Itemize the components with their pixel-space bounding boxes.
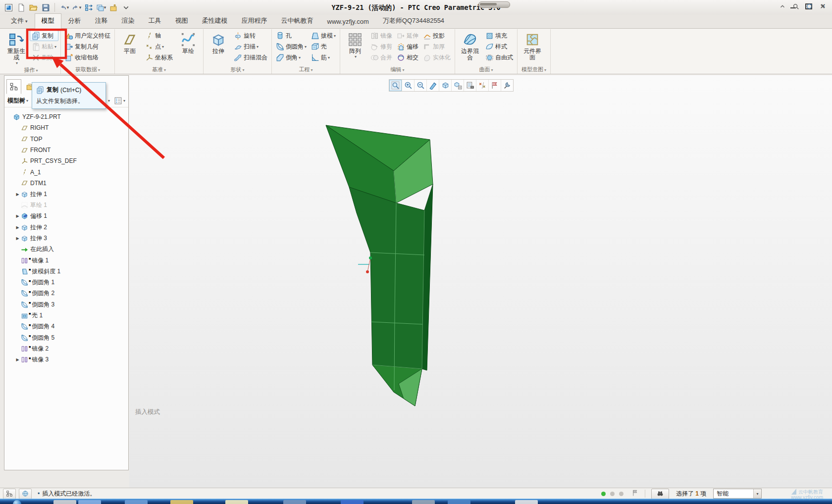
regenerate-button[interactable]: 重新生成▾ [3,30,29,66]
taskbar-item[interactable] [78,500,101,504]
boundary-blend-button[interactable]: 边界混合 [457,30,483,65]
taskbar-item[interactable] [225,500,248,504]
graphics-viewport[interactable]: 插入模式 [129,75,832,488]
display-style-button[interactable] [439,80,451,91]
tree-item[interactable]: ■镜像 2 [4,343,128,354]
freestyle-button[interactable]: 自由式 [483,52,515,63]
tree-item[interactable]: ■倒圆角 5 [4,332,128,343]
model-player-button[interactable] [83,2,94,13]
zoom-in-button[interactable] [402,80,414,91]
rib-button[interactable]: 筋▾ [309,52,338,63]
start-orb[interactable] [13,500,21,504]
round-button[interactable]: 倒圆角▾ [274,41,309,52]
sweep-button[interactable]: 扫描▾ [232,41,269,52]
axis-button[interactable]: 轴 [143,30,175,41]
tab-view[interactable]: 视图 [168,13,195,29]
close-x-icon[interactable] [819,3,826,10]
project-button[interactable]: 投影 [421,30,453,41]
flag-icon[interactable] [631,489,639,498]
taskbar-item[interactable] [283,500,306,504]
taskbar-item[interactable] [448,500,470,504]
point-button[interactable]: 点▾ [143,41,175,52]
tree-item[interactable]: ■壳 1 [4,310,128,321]
zoom-refit-button[interactable] [389,80,402,91]
copy-geometry-button[interactable]: 复制几何 [63,41,112,52]
tab-flexible-modeling[interactable]: 柔性建模 [195,13,235,29]
hole-button[interactable]: 孔 [274,30,309,41]
tree-item[interactable]: ■拔模斜度 1 [4,266,128,277]
tab-model[interactable]: 模型 [35,13,61,29]
component-interface-button[interactable]: 元件界面 [520,30,545,65]
group-label-datum[interactable]: 基准▾ [116,66,202,74]
undo-button[interactable]: ▾ [58,2,69,13]
creo-logo-button[interactable] [3,2,14,13]
sketch-button[interactable]: 草绘 [175,30,201,65]
extrude-button[interactable]: 拉伸 [206,30,231,65]
tree-item[interactable]: ■倒圆角 2 [4,288,128,299]
browser-toggle-button[interactable] [19,489,32,499]
tree-item[interactable]: PRT_CSYS_DEF [4,155,128,166]
csys-button[interactable]: 坐标系 [143,52,175,63]
offset-button[interactable]: 偏移 [395,41,420,52]
tree-item[interactable]: ▶偏移 1 [4,211,128,222]
tree-item[interactable]: ■镜像 1 [4,255,128,266]
repaint-button[interactable] [426,80,439,91]
save-button[interactable] [40,2,51,13]
tree-item[interactable]: 草绘 1 [4,200,128,210]
tree-item[interactable]: RIGHT [4,122,128,133]
tab-analysis[interactable]: 分析 [61,13,88,29]
sync-icon[interactable] [806,3,813,10]
tree-tools-caret[interactable]: ▾ [108,99,110,103]
tab-yzf-education[interactable]: 云中帆教育 [274,13,320,29]
pattern-button[interactable]: 阵列▾ [342,30,368,65]
tree-item[interactable]: 在此插入 [4,244,128,255]
toolbar-options-caret-button[interactable] [120,2,131,13]
find-button[interactable] [651,489,669,499]
taskbar-item[interactable] [412,500,435,504]
group-label-get-data[interactable]: 获取数据▾ [62,66,113,74]
tree-item[interactable]: YZF-9-21.PRT [4,111,128,122]
group-label-engineering[interactable]: 工程▾ [273,66,339,74]
tab-render[interactable]: 渲染 [115,13,142,29]
zoom-out-button[interactable] [414,80,426,91]
selection-filter-select[interactable]: 智能 ▾ [713,489,762,499]
copy-button[interactable]: 复制 [30,30,58,41]
tree-columns-icon[interactable] [114,97,122,105]
search-icon[interactable] [792,3,799,10]
tree-item[interactable]: ■倒圆角 4 [4,321,128,332]
tab-applications[interactable]: 应用程序 [235,13,274,29]
shrinkwrap-button[interactable]: 收缩包络 [63,52,112,63]
tree-panel-tab-tree-toggle[interactable] [6,79,21,94]
open-file-button[interactable] [28,2,39,13]
3d-model[interactable] [297,114,456,416]
tab-file[interactable]: 文件▾ [4,13,35,29]
tree-item[interactable]: ■倒圆角 1 [4,277,128,288]
taskbar-item[interactable] [341,500,364,504]
graphics-settings-button[interactable] [501,80,513,91]
saved-orientations-button[interactable] [451,80,464,91]
taskbar-item[interactable] [515,500,538,504]
annotation-display-button[interactable] [488,80,501,91]
chamfer-button[interactable]: 倒角▾ [274,52,309,63]
style-button[interactable]: 样式 [483,41,515,52]
group-label-model-intent[interactable]: 模型意图▾ [519,66,549,74]
windows-taskbar[interactable] [0,499,832,504]
tab-tools[interactable]: 工具 [142,13,168,29]
tree-item[interactable]: A_1 [4,166,128,177]
taskbar-item[interactable] [125,500,148,504]
tree-item[interactable]: ▶拉伸 1 [4,189,128,200]
udf-button[interactable]: 用户定义特征 [63,30,112,41]
swept-blend-button[interactable]: 扫描混合 [232,52,269,63]
new-file-button[interactable] [15,2,26,13]
tree-item[interactable]: ▶拉伸 2 [4,222,128,233]
intersect-button[interactable]: 相交 [395,52,420,63]
view-manager-button[interactable] [464,80,476,91]
tree-toggle-button[interactable] [3,489,16,499]
revolve-button[interactable]: 旋转 [232,30,269,41]
tree-item[interactable]: FRONT [4,145,128,155]
group-label-editing[interactable]: 编辑▾ [341,66,454,74]
tree-title-caret[interactable]: ▾ [26,99,28,103]
tab-annotate[interactable]: 注释 [88,13,115,29]
taskbar-item[interactable] [53,500,76,504]
tree-item[interactable]: ■倒圆角 3 [4,299,128,310]
